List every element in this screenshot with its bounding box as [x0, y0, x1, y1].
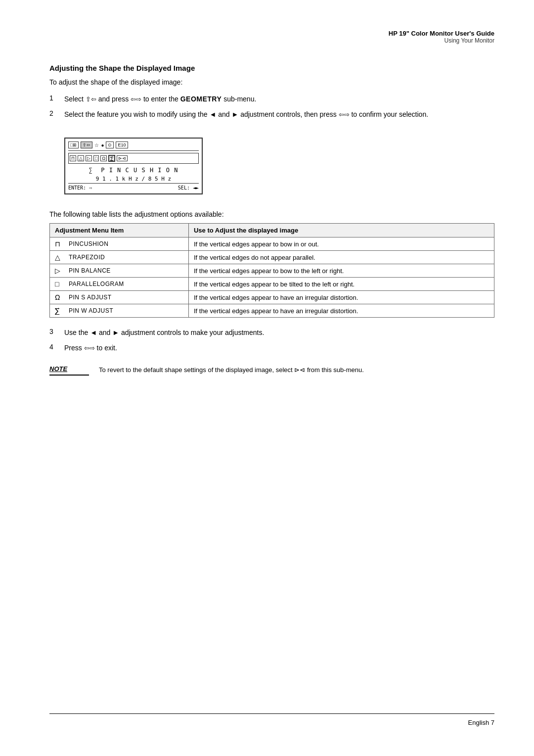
shape-icon-5: ∑⃗ — [55, 307, 65, 315]
table-cell-desc-4: If the vertical edges appear to have an … — [188, 291, 494, 304]
table-cell-desc-2: If the vertical edges appear to bow to t… — [188, 264, 494, 278]
table-cell-desc-5: If the vertical edges appear to have an … — [188, 304, 494, 318]
table-cell-item-4: ΩPIN S ADJUST — [50, 291, 189, 304]
shape-icon-1: △ — [55, 253, 65, 261]
table-row: ΩPIN S ADJUSTIf the vertical edges appea… — [50, 291, 494, 304]
page-footer: English 7 — [49, 713, 494, 726]
table-row: △TRAPEZOIDIf the vertical edges do not a… — [50, 251, 494, 264]
step-2-number: 2 — [49, 109, 64, 117]
intro-text: To adjust the shape of the displayed ima… — [49, 78, 494, 86]
monitor-selected-item: ∑ P I N C U S H I O N — [68, 166, 199, 175]
item-name-5: PIN W ADJUST — [69, 307, 113, 314]
menu-icon-1: ⊓ — [70, 155, 76, 161]
monitor-icon-tv: □⊞ — [68, 142, 79, 148]
shape-icon-0: ⊓ — [55, 240, 65, 248]
note-text: To revert to the default shape settings … — [99, 365, 364, 375]
item-name-3: PARALLELOGRAM — [69, 281, 124, 287]
monitor-sel-label: SEL: ◄► — [178, 185, 199, 190]
shape-icon-2: ▷ — [55, 267, 65, 275]
table-cell-item-5: ∑⃗PIN W ADJUST — [50, 304, 189, 318]
item-name-2: PIN BALANCE — [69, 267, 111, 274]
step-1: 1 Select ⇧⇦ and press ⇦⇨ to enter the GE… — [49, 94, 494, 104]
section-title: Adjusting the Shape the Displayed Image — [49, 64, 494, 72]
steps-list: 1 Select ⇧⇦ and press ⇦⇨ to enter the GE… — [49, 94, 494, 120]
table-cell-desc-0: If the vertical edges appear to bow in o… — [188, 237, 494, 251]
menu-icon-5: Ω — [100, 155, 107, 161]
page-header: HP 19" Color Monitor User's Guide Using … — [49, 30, 494, 44]
note-left: NOTE — [49, 365, 89, 376]
monitor-icon-active: ⇧⇦ — [81, 142, 92, 148]
menu-icon-2: △ — [78, 155, 84, 161]
monitor-menu-bar: ⊓ △ ▷ □ Ω ∑⃗ ⊳⊲ — [68, 153, 199, 164]
footer-text: English 7 — [468, 719, 494, 726]
monitor-icon-star: ☆ — [94, 142, 99, 148]
table-col1-header: Adjustment Menu Item — [50, 224, 189, 237]
table-cell-item-2: ▷PIN BALANCE — [50, 264, 189, 278]
table-cell-item-0: ⊓PINCUSHION — [50, 237, 189, 251]
shape-icon-3: □ — [55, 280, 65, 288]
menu-icon-4: □ — [93, 155, 99, 161]
note-section: NOTE To revert to the default shape sett… — [49, 365, 494, 376]
note-divider — [49, 375, 89, 376]
step-2-text: Select the feature you wish to modify us… — [64, 109, 494, 120]
table-row: □PARALLELOGRAMIf the vertical edges appe… — [50, 278, 494, 291]
step-1-number: 1 — [49, 94, 64, 102]
header-subtitle: Using Your Monitor — [49, 37, 494, 44]
table-row: ▷PIN BALANCEIf the vertical edges appear… — [50, 264, 494, 278]
item-name-4: PIN S ADJUST — [69, 294, 112, 301]
table-cell-desc-1: If the vertical edges do not appear para… — [188, 251, 494, 264]
monitor-screen: □⊞ ⇧⇦ ☆ ● ⊙ E10 ⊓ △ ▷ □ Ω ∑⃗ ⊳⊲ ∑ P I N … — [64, 138, 203, 194]
table-cell-desc-3: If the vertical edges appear to be tilte… — [188, 278, 494, 291]
step-2: 2 Select the feature you wish to modify … — [49, 109, 494, 120]
note-label: NOTE — [49, 365, 89, 373]
monitor-enter-label: ENTER: ⇨ — [68, 185, 92, 190]
table-col2-header: Use to Adjust the displayed image — [188, 224, 494, 237]
page-container: HP 19" Color Monitor User's Guide Using … — [0, 0, 534, 756]
table-cell-item-3: □PARALLELOGRAM — [50, 278, 189, 291]
menu-icon-7: ⊳⊲ — [117, 155, 128, 161]
step-3-text: Use the ◄ and ► adjustment controls to m… — [64, 328, 494, 338]
adjustment-table: Adjustment Menu Item Use to Adjust the d… — [49, 223, 494, 318]
step-4-text: Press ⇦⇨ to exit. — [64, 343, 494, 353]
shape-icon-4: Ω — [55, 293, 65, 301]
step-4-number: 4 — [49, 343, 64, 351]
menu-icon-3: ▷ — [86, 155, 92, 161]
table-cell-item-1: △TRAPEZOID — [50, 251, 189, 264]
monitor-icon-dot: ● — [101, 142, 104, 148]
table-row: ∑⃗PIN W ADJUSTIf the vertical edges appe… — [50, 304, 494, 318]
monitor-diagram: □⊞ ⇧⇦ ☆ ● ⊙ E10 ⊓ △ ▷ □ Ω ∑⃗ ⊳⊲ ∑ P I N … — [64, 138, 203, 194]
header-title: HP 19" Color Monitor User's Guide — [49, 30, 494, 37]
monitor-icon-e10: E10 — [116, 142, 128, 148]
monitor-frequency: 9 1 . 1 k H z / 8 5 H z — [68, 175, 199, 183]
monitor-icon-circle: ⊙ — [106, 142, 114, 148]
step-4: 4 Press ⇦⇨ to exit. — [49, 343, 494, 353]
step-3-number: 3 — [49, 328, 64, 335]
bottom-steps: 3 Use the ◄ and ► adjustment controls to… — [49, 328, 494, 353]
step-1-text: Select ⇧⇦ and press ⇦⇨ to enter the GEOM… — [64, 94, 494, 104]
item-name-0: PINCUSHION — [69, 240, 108, 247]
item-name-1: TRAPEZOID — [69, 254, 105, 261]
monitor-top-bar: □⊞ ⇧⇦ ☆ ● ⊙ E10 — [68, 142, 199, 151]
following-text: The following table lists the adjustment… — [49, 210, 494, 218]
table-row: ⊓PINCUSHIONIf the vertical edges appear … — [50, 237, 494, 251]
menu-icon-6: ∑⃗ — [108, 155, 115, 162]
monitor-footer: ENTER: ⇨ SEL: ◄► — [68, 183, 199, 190]
step-3: 3 Use the ◄ and ► adjustment controls to… — [49, 328, 494, 338]
